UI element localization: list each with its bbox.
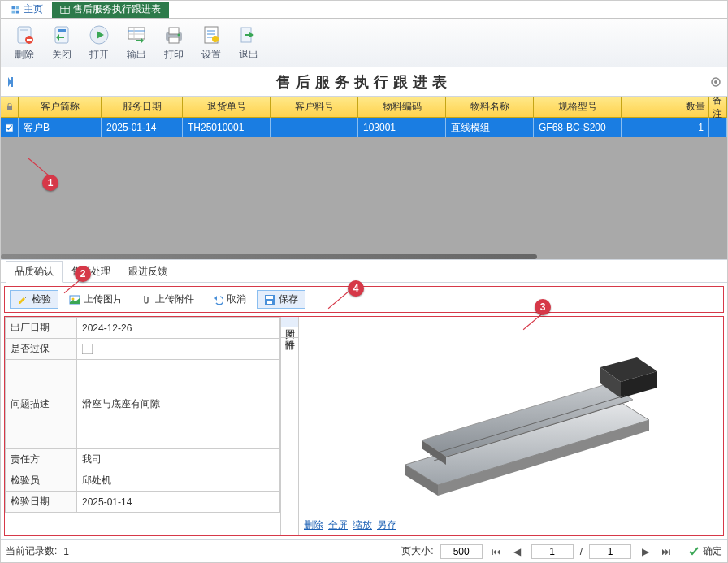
sub-toolbar: 检验 上传图片 上传附件 取消 保存 bbox=[4, 286, 724, 313]
grid-header-qty[interactable]: 数量 bbox=[622, 97, 709, 117]
page-total-input[interactable] bbox=[589, 544, 631, 559]
row-spec: GF68-BC-S200 bbox=[534, 118, 622, 137]
svg-rect-40 bbox=[267, 301, 272, 304]
page-next-button[interactable]: ▶ bbox=[638, 544, 652, 559]
save-button[interactable]: 保存 bbox=[257, 290, 306, 309]
page-first-button[interactable]: ⏮ bbox=[489, 544, 504, 559]
tab-home[interactable]: 主页 bbox=[2, 2, 51, 18]
main-toolbar: 删除 关闭 打开 输出 打印 设置 退出 bbox=[1, 19, 727, 67]
inspect-button[interactable]: 检验 bbox=[10, 290, 58, 309]
svg-rect-2 bbox=[12, 10, 15, 13]
svg-rect-33 bbox=[7, 106, 12, 110]
open-button[interactable]: 打开 bbox=[80, 23, 118, 63]
grid-icon bbox=[60, 5, 70, 15]
grid-header: 客户简称 服务日期 退货单号 客户料号 物料编码 物料名称 规格型号 数量 备注 bbox=[1, 97, 727, 118]
grid-header-spec[interactable]: 规格型号 bbox=[534, 97, 622, 117]
settings-icon bbox=[200, 24, 223, 46]
row-material: 103001 bbox=[358, 118, 446, 137]
upload-image-button[interactable]: 上传图片 bbox=[62, 290, 130, 309]
grid-header-remark[interactable]: 备注 bbox=[709, 97, 727, 117]
app-tabs: 主页 售后服务执行跟进表 bbox=[1, 1, 727, 19]
img-zoom-link[interactable]: 缩放 bbox=[353, 518, 372, 532]
exit-icon bbox=[237, 24, 260, 46]
confirm-button[interactable]: 确定 bbox=[688, 544, 722, 558]
print-button[interactable]: 打印 bbox=[155, 23, 193, 63]
tab-quality[interactable]: 品质确认 bbox=[6, 261, 63, 283]
grid-header-name[interactable]: 物料名称 bbox=[446, 97, 534, 117]
home-icon bbox=[11, 5, 20, 15]
tab-active[interactable]: 售后服务执行跟进表 bbox=[52, 2, 169, 18]
product-image[interactable] bbox=[299, 317, 723, 515]
responsible-value[interactable]: 我司 bbox=[77, 449, 280, 470]
grid-header-date[interactable]: 服务日期 bbox=[102, 97, 183, 117]
inspect-date-label: 检验日期 bbox=[6, 492, 77, 513]
grid-header-custpart[interactable]: 客户料号 bbox=[271, 97, 358, 117]
row-remark bbox=[709, 118, 727, 137]
undo-icon bbox=[212, 294, 223, 305]
side-tab-attach[interactable]: 附件 bbox=[281, 327, 298, 338]
detail-tabs: 品质确认 售后处理 跟进反馈 bbox=[1, 260, 727, 283]
svg-marker-37 bbox=[214, 296, 217, 301]
pagesize-input[interactable] bbox=[440, 544, 483, 559]
image-area: 删除 全屏 缩放 另存 bbox=[299, 317, 723, 535]
row-custpart bbox=[271, 118, 358, 137]
close-icon bbox=[50, 24, 73, 46]
ship-date-value[interactable]: 2024-12-26 bbox=[77, 318, 280, 339]
responsible-label: 责任方 bbox=[6, 449, 77, 470]
print-icon bbox=[162, 24, 185, 46]
svg-rect-3 bbox=[16, 10, 20, 13]
svg-rect-20 bbox=[169, 28, 179, 34]
inspector-label: 检验员 bbox=[6, 470, 77, 492]
upload-file-button[interactable]: 上传附件 bbox=[133, 290, 202, 309]
image-icon bbox=[69, 294, 80, 305]
warranty-label: 是否过保 bbox=[6, 339, 77, 360]
inspector-value[interactable]: 邱处机 bbox=[77, 470, 280, 492]
page-title: 售后服务执行跟进表 bbox=[276, 72, 452, 92]
grid-header-lock[interactable] bbox=[1, 97, 19, 117]
edit-icon bbox=[17, 294, 28, 305]
gear-icon[interactable] bbox=[709, 76, 722, 89]
side-tab-image[interactable]: 图片 bbox=[281, 317, 298, 327]
close-button[interactable]: 关闭 bbox=[43, 23, 80, 63]
issue-value[interactable]: 滑座与底座有间隙 bbox=[77, 360, 280, 449]
grid-header-customer[interactable]: 客户简称 bbox=[19, 97, 102, 117]
delete-icon bbox=[13, 24, 36, 46]
page-sep: / bbox=[580, 546, 583, 557]
ship-date-label: 出厂日期 bbox=[6, 318, 77, 339]
img-saveas-link[interactable]: 另存 bbox=[377, 518, 396, 532]
tab-after[interactable]: 售后处理 bbox=[63, 261, 119, 283]
svg-rect-15 bbox=[128, 28, 145, 39]
svg-rect-41 bbox=[82, 344, 93, 354]
exit-button[interactable]: 退出 bbox=[230, 23, 267, 63]
image-panel: 图片 附件 bbox=[281, 317, 723, 535]
row-name: 直线模组 bbox=[446, 118, 534, 137]
page-last-button[interactable]: ⏭ bbox=[659, 544, 674, 559]
svg-rect-0 bbox=[12, 6, 15, 9]
row-customer: 客户B bbox=[19, 118, 102, 137]
page-current-input[interactable] bbox=[531, 544, 574, 559]
delete-button[interactable]: 删除 bbox=[6, 23, 43, 63]
svg-point-22 bbox=[178, 34, 180, 37]
export-button[interactable]: 输出 bbox=[118, 23, 155, 63]
detail-body: 出厂日期2024-12-26 是否过保 问题描述滑座与底座有间隙 责任方我司 检… bbox=[4, 316, 724, 536]
svg-rect-39 bbox=[266, 296, 273, 299]
cancel-button[interactable]: 取消 bbox=[205, 290, 254, 309]
tab-feedback[interactable]: 跟进反馈 bbox=[119, 261, 176, 283]
grid-header-material[interactable]: 物料编码 bbox=[358, 97, 446, 117]
issue-label: 问题描述 bbox=[6, 360, 77, 449]
save-icon bbox=[264, 294, 275, 305]
svg-marker-29 bbox=[8, 77, 11, 87]
grid-header-return[interactable]: 退货单号 bbox=[183, 97, 271, 117]
row-checkbox[interactable] bbox=[1, 118, 19, 137]
img-delete-link[interactable]: 删除 bbox=[304, 518, 323, 532]
open-icon bbox=[88, 24, 110, 46]
row-qty: 1 bbox=[622, 118, 709, 137]
inspect-date-value[interactable]: 2025-01-14 bbox=[77, 492, 280, 513]
collapse-icon[interactable] bbox=[6, 76, 19, 89]
settings-button[interactable]: 设置 bbox=[193, 23, 230, 63]
warranty-checkbox[interactable] bbox=[77, 339, 280, 360]
table-row[interactable]: 客户B 2025-01-14 TH25010001 103001 直线模组 GF… bbox=[1, 118, 727, 137]
row-return: TH25010001 bbox=[183, 118, 271, 137]
page-prev-button[interactable]: ◀ bbox=[510, 544, 525, 559]
img-fullscreen-link[interactable]: 全屏 bbox=[328, 518, 348, 532]
